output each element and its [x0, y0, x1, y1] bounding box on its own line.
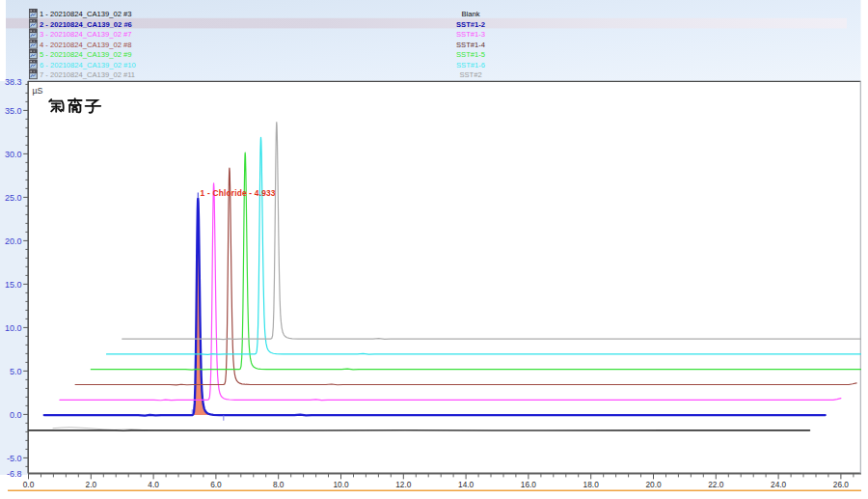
svg-text:SST#1-5: SST#1-5	[456, 50, 485, 59]
svg-text:20.0: 20.0	[5, 236, 22, 246]
svg-text:16.0: 16.0	[521, 480, 537, 489]
svg-text:SST#2: SST#2	[459, 70, 481, 79]
svg-text:12.0: 12.0	[395, 480, 412, 489]
svg-text:1 - 20210824_CA139_02 #3: 1 - 20210824_CA139_02 #3	[40, 10, 131, 18]
svg-text:18.0: 18.0	[583, 480, 600, 489]
svg-text:14.0: 14.0	[458, 480, 475, 489]
svg-text:20.0: 20.0	[645, 480, 662, 489]
svg-text:15.0: 15.0	[5, 280, 22, 290]
svg-text:0.0: 0.0	[10, 410, 22, 420]
svg-text:10.0: 10.0	[5, 323, 22, 333]
svg-text:0.0: 0.0	[23, 480, 35, 489]
svg-text:SST#1-4: SST#1-4	[456, 41, 485, 49]
svg-text:-6.8: -6.8	[7, 469, 22, 479]
svg-text:5.0: 5.0	[10, 367, 22, 376]
svg-text:25.0: 25.0	[5, 193, 22, 203]
svg-text:6.0: 6.0	[210, 480, 222, 489]
svg-text:8.0: 8.0	[273, 480, 285, 489]
svg-text:30.0: 30.0	[5, 150, 22, 159]
svg-text:26.0: 26.0	[833, 480, 850, 489]
svg-text:6 - 20210824_CA139_02 #10: 6 - 20210824_CA139_02 #10	[40, 61, 136, 69]
svg-text:10.0: 10.0	[333, 480, 349, 489]
svg-text:2 - 20210824_CA139_02 #6: 2 - 20210824_CA139_02 #6	[40, 20, 132, 29]
svg-text:Blank: Blank	[462, 10, 480, 18]
svg-text:3 - 20210824_CA139_02 #7: 3 - 20210824_CA139_02 #7	[40, 30, 131, 39]
svg-text:SST#1-2: SST#1-2	[456, 20, 485, 29]
svg-text:38.3: 38.3	[5, 77, 22, 87]
svg-text:5 - 20210824_CA139_02 #9: 5 - 20210824_CA139_02 #9	[40, 50, 131, 59]
svg-text:SST#1-6: SST#1-6	[456, 61, 485, 69]
svg-text:4.0: 4.0	[148, 480, 159, 489]
svg-text:24.0: 24.0	[771, 480, 787, 489]
svg-text:-5.0: -5.0	[7, 454, 22, 463]
svg-text:22.0: 22.0	[708, 480, 724, 489]
svg-text:µS: µS	[33, 86, 43, 96]
svg-text:2.0: 2.0	[86, 480, 97, 489]
svg-text:1 - Chloride - 4.933: 1 - Chloride - 4.933	[201, 188, 276, 198]
svg-text:SST#1-3: SST#1-3	[456, 30, 485, 39]
svg-text:35.0: 35.0	[5, 106, 22, 116]
svg-text:4 - 20210824_CA139_02 #8: 4 - 20210824_CA139_02 #8	[40, 41, 131, 49]
svg-text:7 - 20210824_CA139_02 #11: 7 - 20210824_CA139_02 #11	[40, 70, 135, 79]
